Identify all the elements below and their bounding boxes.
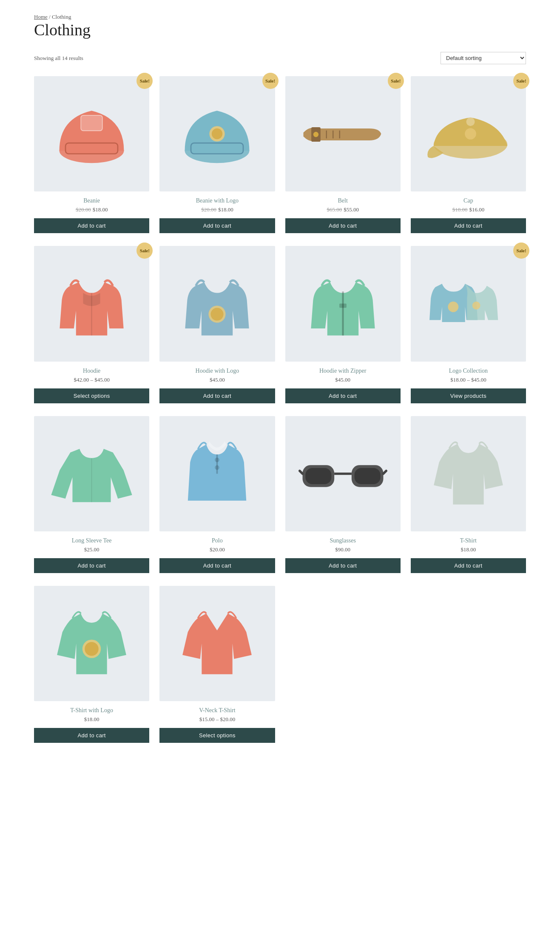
product-price-sunglasses: $90.00 xyxy=(335,546,350,553)
add-to-cart-button-polo[interactable]: Add to cart xyxy=(159,558,275,573)
svg-line-30 xyxy=(383,471,386,474)
product-image-wrap-polo xyxy=(159,416,275,531)
add-to-cart-button-beanie[interactable]: Add to cart xyxy=(34,218,149,233)
product-card-sunglasses: Sunglasses$90.00Add to cart xyxy=(285,416,401,573)
product-card-long-sleeve-tee: Long Sleeve Tee$25.00Add to cart xyxy=(34,416,149,573)
product-name-cap: Cap xyxy=(463,197,473,204)
product-name-tshirt-logo: T-Shirt with Logo xyxy=(70,707,113,714)
select-options-button-hoodie[interactable]: Select options xyxy=(34,388,149,403)
add-to-cart-button-tshirt-logo[interactable]: Add to cart xyxy=(34,728,149,743)
product-card-beanie-logo: Sale! Beanie with Logo$20.00$18.00Add to… xyxy=(159,76,275,233)
product-card-cap: Sale! Cap$18.00$16.00Add to cart xyxy=(411,76,526,233)
product-card-tshirt-logo: T-Shirt with Logo$18.00Add to cart xyxy=(34,586,149,743)
product-price-hoodie-logo: $45.00 xyxy=(210,377,225,383)
product-name-hoodie-zipper: Hoodie with Zipper xyxy=(319,368,366,374)
toolbar: Showing all 14 results Default sortingSo… xyxy=(34,52,526,64)
add-to-cart-button-long-sleeve-tee[interactable]: Add to cart xyxy=(34,558,149,573)
product-image-wrap-tshirt-logo xyxy=(34,586,149,701)
svg-point-13 xyxy=(466,117,475,126)
product-image-wrap-cap: Sale! xyxy=(411,76,526,191)
product-price-tshirt: $18.00 xyxy=(461,546,476,553)
product-price-beanie: $20.00$18.00 xyxy=(76,206,108,213)
product-image-wrap-vneck xyxy=(159,586,275,701)
product-image-wrap-beanie-logo: Sale! xyxy=(159,76,275,191)
sort-select[interactable]: Default sortingSort by popularitySort by… xyxy=(441,52,526,64)
products-grid: Sale! Beanie$20.00$18.00Add to cartSale!… xyxy=(34,76,526,743)
product-image-wrap-hoodie-logo xyxy=(159,246,275,361)
svg-point-25 xyxy=(215,465,219,470)
sale-badge: Sale! xyxy=(136,73,153,89)
breadcrumb: Home / Clothing xyxy=(34,13,526,20)
svg-rect-19 xyxy=(339,304,347,308)
product-name-beanie-logo: Beanie with Logo xyxy=(196,197,239,204)
sale-badge: Sale! xyxy=(513,243,529,259)
product-price-beanie-logo: $20.00$18.00 xyxy=(201,206,233,213)
product-price-belt: $65.00$55.00 xyxy=(327,206,359,213)
add-to-cart-button-belt[interactable]: Add to cart xyxy=(285,218,401,233)
product-price-tshirt-logo: $18.00 xyxy=(84,716,99,723)
product-image-wrap-hoodie-zipper xyxy=(285,246,401,361)
product-name-belt: Belt xyxy=(338,197,347,204)
product-name-vneck: V-Neck T-Shirt xyxy=(199,707,235,714)
svg-rect-2 xyxy=(81,115,102,131)
svg-point-8 xyxy=(313,132,318,137)
page-title: Clothing xyxy=(34,20,526,39)
add-to-cart-button-hoodie-logo[interactable]: Add to cart xyxy=(159,388,275,403)
breadcrumb-separator: / xyxy=(49,14,52,20)
product-card-belt: Sale! Belt$65.00$55.00Add to cart xyxy=(285,76,401,233)
add-to-cart-button-tshirt[interactable]: Add to cart xyxy=(411,558,526,573)
product-name-long-sleeve-tee: Long Sleeve Tee xyxy=(72,537,112,544)
product-price-cap: $18.00$16.00 xyxy=(452,206,485,213)
product-image-wrap-belt: Sale! xyxy=(285,76,401,191)
product-card-hoodie-logo: Hoodie with Logo$45.00Add to cart xyxy=(159,246,275,403)
svg-point-20 xyxy=(448,302,458,312)
sale-badge: Sale! xyxy=(388,73,404,89)
product-card-tshirt: T-Shirt$18.00Add to cart xyxy=(411,416,526,573)
results-count: Showing all 14 results xyxy=(34,55,83,62)
product-name-sunglasses: Sunglasses xyxy=(330,537,355,544)
svg-rect-32 xyxy=(354,468,380,484)
svg-point-6 xyxy=(212,128,222,139)
product-image-wrap-beanie: Sale! xyxy=(34,76,149,191)
add-to-cart-button-cap[interactable]: Add to cart xyxy=(411,218,526,233)
product-card-logo-collection: Sale! Logo Collection$18.00 – $45.00View… xyxy=(411,246,526,403)
breadcrumb-current: Clothing xyxy=(52,14,71,20)
product-price-vneck: $15.00 – $20.00 xyxy=(199,716,236,723)
add-to-cart-button-hoodie-zipper[interactable]: Add to cart xyxy=(285,388,401,403)
product-name-polo: Polo xyxy=(212,537,223,544)
product-name-tshirt: T-Shirt xyxy=(460,537,477,544)
sale-badge: Sale! xyxy=(513,73,529,89)
product-name-hoodie-logo: Hoodie with Logo xyxy=(196,368,239,374)
product-card-hoodie-zipper: Hoodie with Zipper$45.00Add to cart xyxy=(285,246,401,403)
svg-point-24 xyxy=(215,457,219,462)
sale-badge: Sale! xyxy=(262,73,279,89)
product-card-polo: Polo$20.00Add to cart xyxy=(159,416,275,573)
product-price-polo: $20.00 xyxy=(210,546,225,553)
product-card-hoodie: Sale! Hoodie$42.00 – $45.00Select option… xyxy=(34,246,149,403)
view-products-button-logo-collection[interactable]: View products xyxy=(411,388,526,403)
add-to-cart-button-sunglasses[interactable]: Add to cart xyxy=(285,558,401,573)
sale-badge: Sale! xyxy=(136,243,153,259)
product-price-logo-collection: $18.00 – $45.00 xyxy=(450,377,486,383)
svg-rect-31 xyxy=(305,468,331,484)
product-image-wrap-hoodie: Sale! xyxy=(34,246,149,361)
svg-line-29 xyxy=(299,471,302,474)
product-image-wrap-logo-collection: Sale! xyxy=(411,246,526,361)
product-price-hoodie-zipper: $45.00 xyxy=(335,377,350,383)
svg-point-34 xyxy=(85,642,99,656)
svg-point-21 xyxy=(472,302,480,310)
product-card-vneck: V-Neck T-Shirt$15.00 – $20.00Select opti… xyxy=(159,586,275,743)
svg-point-14 xyxy=(465,128,476,140)
product-image-wrap-sunglasses xyxy=(285,416,401,531)
product-image-wrap-long-sleeve-tee xyxy=(34,416,149,531)
select-options-button-vneck[interactable]: Select options xyxy=(159,728,275,743)
product-name-beanie: Beanie xyxy=(83,197,100,204)
breadcrumb-home[interactable]: Home xyxy=(34,14,48,20)
svg-point-17 xyxy=(211,308,224,321)
product-image-wrap-tshirt xyxy=(411,416,526,531)
svg-rect-4 xyxy=(191,143,243,154)
product-price-hoodie: $42.00 – $45.00 xyxy=(74,377,110,383)
product-name-logo-collection: Logo Collection xyxy=(449,368,488,374)
product-card-beanie: Sale! Beanie$20.00$18.00Add to cart xyxy=(34,76,149,233)
add-to-cart-button-beanie-logo[interactable]: Add to cart xyxy=(159,218,275,233)
